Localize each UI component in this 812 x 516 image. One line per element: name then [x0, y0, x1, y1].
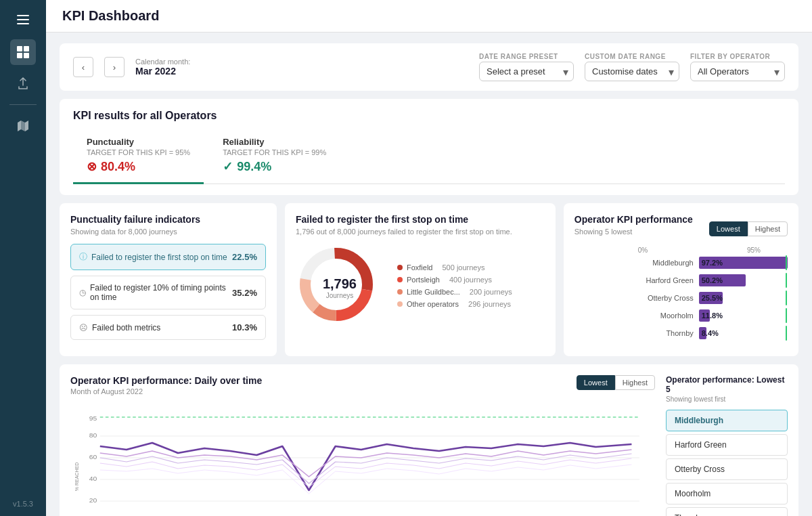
- sidebar-item-map[interactable]: [10, 113, 36, 139]
- bar-chart-subtitle: Showing 5 lowest: [574, 228, 693, 236]
- bar-chart-title: Operator KPI performance: [574, 214, 693, 225]
- bar-chart-header: Operator KPI performance Showing 5 lowes…: [574, 214, 788, 244]
- operator-item-4[interactable]: Thornby: [666, 507, 788, 516]
- filter-operator-group: FILTER BY OPERATOR All Operators: [690, 53, 785, 81]
- bottom-card: Operator KPI performance: Daily over tim…: [60, 364, 798, 516]
- bar-track-1: 50.2%: [699, 274, 788, 286]
- menu-button[interactable]: [10, 8, 36, 34]
- operators-title: Operator performance: Lowest 5: [666, 375, 788, 394]
- failure-item-0[interactable]: ⓘ Failed to register the first stop on t…: [70, 244, 266, 270]
- tab-reliability-value: ✓ 99.4%: [223, 159, 326, 174]
- punctuality-fail-icon: ⊗: [87, 159, 97, 174]
- tab-punctuality-name: Punctuality: [87, 137, 190, 147]
- failure-indicators-card: Punctuality failure indicators Showing d…: [60, 203, 277, 356]
- legend-value-1: 400 journeys: [449, 276, 492, 284]
- failure-item-1-value: 35.2%: [232, 288, 257, 298]
- svg-rect-1: [17, 19, 29, 20]
- bar-row-0: Middleburgh 97.2%: [638, 257, 788, 269]
- failure-item-2[interactable]: ☹ Failed both metrics 10.3%: [70, 315, 266, 340]
- bar-lowest-button[interactable]: Lowest: [709, 221, 748, 236]
- tab-punctuality[interactable]: Punctuality TARGET FOR THIS KPI = 95% ⊗ …: [73, 130, 204, 184]
- prev-month-button[interactable]: ‹: [73, 57, 93, 77]
- bar-target-line-1: [786, 273, 787, 288]
- legend-value-3: 296 journeys: [468, 300, 511, 308]
- legend-label-2: Little Guildbec...: [407, 288, 460, 296]
- failure-item-0-label: Failed to register the first stop on tim…: [91, 253, 232, 262]
- svg-rect-4: [24, 46, 29, 51]
- failure-item-2-label: Failed both metrics: [92, 323, 232, 332]
- bar-value-0: 97.2%: [702, 259, 723, 267]
- bar-chart-titles: Operator KPI performance Showing 5 lowes…: [574, 214, 693, 244]
- bar-track-4: 8.4%: [699, 327, 788, 339]
- date-range-preset-select[interactable]: Select a preset: [479, 62, 574, 81]
- kpi-tabs: Punctuality TARGET FOR THIS KPI = 95% ⊗ …: [73, 130, 785, 184]
- svg-rect-6: [24, 53, 29, 58]
- bar-row-3: Moorholm 11.8%: [638, 309, 788, 322]
- bar-value-1: 50.2%: [702, 276, 723, 284]
- line-chart: 0 20 40 60 80 95 % REACHED: [70, 409, 655, 516]
- calendar-info: Calendar month: Mar 2022: [135, 58, 190, 77]
- failure-indicators-title: Punctuality failure indicators: [70, 214, 266, 225]
- bar-fill-2: 25.5%: [699, 292, 723, 304]
- svg-rect-0: [17, 15, 29, 16]
- line-toggle-group: Lowest Highest: [577, 375, 655, 390]
- line-highest-button[interactable]: Highest: [615, 375, 655, 390]
- bar-label-0: Middleburgh: [638, 259, 699, 267]
- bar-fill-0: 97.2%: [699, 257, 788, 269]
- kpi-section-title: KPI results for all Operators: [73, 110, 785, 122]
- legend-dot-1: [397, 277, 403, 282]
- custom-date-range-select[interactable]: Customise dates: [585, 62, 679, 81]
- donut-subtitle: 1,796 out of 8,000 journeys failed to re…: [296, 228, 545, 236]
- legend-item-0: Foxfield 500 journeys: [397, 263, 512, 272]
- bar-target-line-3: [786, 308, 787, 323]
- bar-scale-end: 95%: [747, 246, 761, 254]
- bar-fill-3: 11.8%: [699, 309, 710, 322]
- calendar-label: Calendar month:: [135, 58, 190, 66]
- failure-item-1[interactable]: ◷ Failed to register 10% of timing point…: [70, 276, 266, 309]
- date-range-preset-group: DATE RANGE PRESET Select a preset: [479, 53, 574, 81]
- operator-item-3[interactable]: Moorholm: [666, 483, 788, 504]
- reliability-pass-icon: ✓: [223, 159, 233, 174]
- bar-scale: 0% 95%: [638, 246, 788, 254]
- operator-item-1[interactable]: Harford Green: [666, 434, 788, 456]
- line-chart-header: Operator KPI performance: Daily over tim…: [70, 375, 655, 404]
- sidebar-divider: [9, 104, 37, 105]
- legend-dot-0: [397, 265, 403, 270]
- bar-target-line-4: [786, 326, 787, 341]
- tab-reliability[interactable]: Reliability TARGET FOR THIS KPI = 99% ✓ …: [209, 130, 340, 184]
- main-area: KPI Dashboard ‹ › Calendar month: Mar 20…: [46, 0, 812, 516]
- kpi-section: KPI results for all Operators Punctualit…: [60, 99, 798, 195]
- legend-dot-3: [397, 301, 403, 307]
- svg-text:% REACHED: % REACHED: [73, 462, 80, 491]
- bar-chart-card: Operator KPI performance Showing 5 lowes…: [564, 203, 798, 356]
- bar-scale-start: 0%: [638, 246, 648, 254]
- svg-text:95: 95: [89, 415, 97, 422]
- legend-label-3: Other operators: [407, 300, 459, 308]
- sidebar-item-dashboard[interactable]: [10, 39, 36, 65]
- operators-subtitle: Showing lowest first: [666, 395, 788, 403]
- failure-item-0-icon: ⓘ: [79, 251, 87, 263]
- bar-label-1: Harford Green: [638, 276, 699, 284]
- sidebar: v1.5.3: [0, 0, 46, 516]
- filter-operator-select[interactable]: All Operators: [690, 62, 785, 81]
- cards-row: Punctuality failure indicators Showing d…: [60, 203, 798, 356]
- sidebar-item-export[interactable]: [11, 70, 35, 96]
- line-lowest-button[interactable]: Lowest: [577, 375, 615, 390]
- bar-row-2: Otterby Cross 25.5%: [638, 292, 788, 304]
- bar-row-4: Thornby 8.4%: [638, 327, 788, 339]
- tab-punctuality-value: ⊗ 80.4%: [87, 159, 190, 174]
- legend-label-1: Portsleigh: [407, 276, 440, 284]
- bar-highest-button[interactable]: Highest: [748, 221, 788, 236]
- operator-item-2[interactable]: Otterby Cross: [666, 458, 788, 480]
- failure-item-0-value: 22.5%: [232, 252, 257, 262]
- legend-dot-2: [397, 289, 403, 295]
- next-month-button[interactable]: ›: [104, 57, 125, 77]
- content-area: ‹ › Calendar month: Mar 2022 DATE RANGE …: [46, 33, 812, 516]
- donut-card: Failed to register the first stop on tim…: [285, 203, 556, 356]
- bar-label-3: Moorholm: [638, 311, 699, 320]
- operator-item-0[interactable]: Middleburgh: [666, 410, 788, 431]
- operators-panel: Operator performance: Lowest 5 Showing l…: [666, 375, 788, 516]
- bar-chart-area: 0% 95% Middleburgh 97.2%: [574, 246, 788, 339]
- svg-rect-5: [17, 53, 22, 58]
- svg-text:20: 20: [89, 497, 97, 504]
